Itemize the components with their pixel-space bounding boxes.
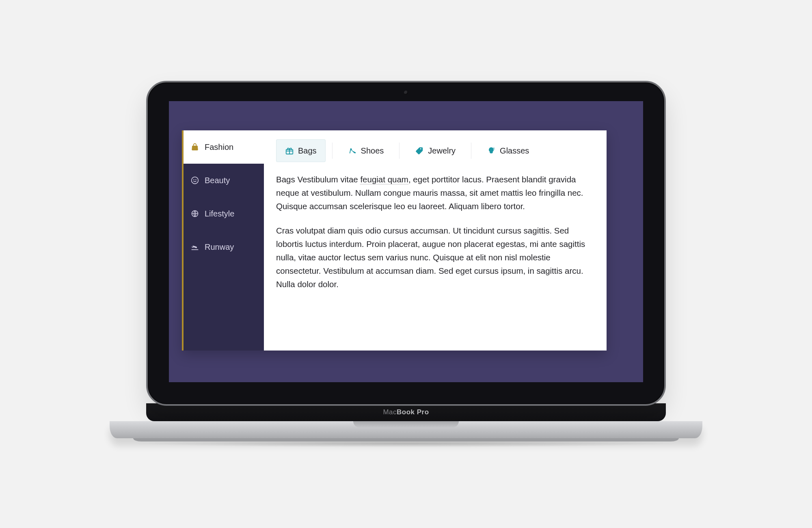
svg-point-6 [494, 149, 495, 150]
app-card: Fashion Beauty [182, 130, 607, 351]
p1-lead: Bags Vestibulum vitae [276, 175, 360, 184]
paragraph-1: Bags Vestibulum vitae feugiat quam, eget… [276, 173, 594, 213]
tab-content: Bags Vestibulum vitae feugiat quam, eget… [276, 173, 594, 291]
screen: Fashion Beauty [169, 101, 643, 382]
face-icon [191, 176, 199, 184]
gift-icon [285, 146, 294, 155]
sidebar-item-lifestyle[interactable]: Lifestyle [184, 197, 264, 230]
lightbulb-icon [487, 146, 496, 155]
camera-dot [404, 91, 408, 95]
sidebar-item-label: Runway [205, 242, 234, 252]
plane-takeoff-icon [191, 243, 199, 251]
laptop-base [110, 421, 702, 438]
app-stage: Fashion Beauty [169, 101, 643, 382]
tab-label: Glasses [500, 146, 529, 156]
tab-separator [471, 143, 471, 159]
globe-icon [191, 210, 199, 218]
paragraph-2: Cras volutpat diam quis odio cursus accu… [276, 224, 594, 291]
sidebar-item-label: Beauty [205, 176, 230, 185]
laptop-mockup: Fashion Beauty [110, 81, 702, 447]
tab-separator [332, 143, 333, 159]
main-panel: Bags Shoes [264, 130, 607, 351]
p1-underlined: feugiat quam [360, 175, 408, 184]
svg-point-5 [493, 147, 494, 148]
svg-point-0 [192, 177, 199, 184]
tab-bags[interactable]: Bags [276, 139, 326, 162]
tabs: Bags Shoes [276, 139, 594, 162]
tab-glasses[interactable]: Glasses [478, 139, 538, 162]
sidebar-item-runway[interactable]: Runway [184, 230, 264, 264]
tab-shoes[interactable]: Shoes [339, 139, 393, 162]
tab-jewelry[interactable]: Jewelry [406, 139, 464, 162]
tab-label: Jewelry [428, 146, 456, 156]
laptop-chin: MacBook Pro [146, 403, 666, 421]
svg-point-1 [193, 179, 194, 180]
bag-icon [191, 143, 199, 151]
device-label: MacBook Pro [383, 408, 429, 416]
sidebar-item-label: Lifestyle [205, 209, 234, 219]
high-heel-icon [348, 146, 357, 155]
sidebar-item-label: Fashion [205, 143, 233, 152]
sidebar-item-beauty[interactable]: Beauty [184, 164, 264, 197]
tab-label: Bags [298, 146, 317, 156]
tab-separator [399, 143, 400, 159]
svg-point-2 [195, 179, 196, 180]
tab-label: Shoes [361, 146, 384, 156]
sidebar-item-fashion[interactable]: Fashion [182, 130, 264, 164]
laptop-lid: Fashion Beauty [146, 81, 666, 406]
sidebar: Fashion Beauty [182, 130, 264, 351]
tag-icon [415, 146, 424, 155]
